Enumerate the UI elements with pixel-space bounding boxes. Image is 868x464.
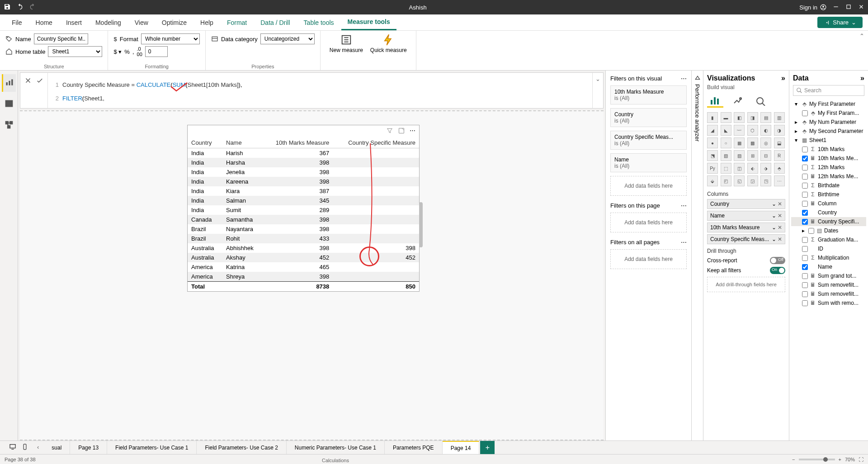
- tab-optimize[interactable]: Optimize: [156, 15, 193, 30]
- format-tab-icon[interactable]: [730, 94, 746, 108]
- viz-type-icon[interactable]: ▮: [707, 112, 718, 123]
- table-row[interactable]: IndiaKiara387: [188, 186, 419, 196]
- tab-measure-tools[interactable]: Measure tools: [341, 14, 396, 30]
- data-category-select[interactable]: Uncategorized: [260, 33, 315, 44]
- field-checkbox[interactable]: [802, 291, 808, 297]
- field-item[interactable]: 🖩10th Marks Me...: [791, 154, 866, 163]
- maximize-icon[interactable]: [845, 4, 852, 11]
- add-all-filter[interactable]: Add data fields here: [610, 249, 687, 269]
- model-view-icon[interactable]: [3, 117, 15, 134]
- field-item[interactable]: ΣBirthdate: [791, 181, 866, 190]
- field-well[interactable]: Name⌄ ✕: [707, 211, 785, 221]
- tab-help[interactable]: Help: [194, 15, 220, 30]
- viz-type-icon[interactable]: ▩: [747, 137, 758, 148]
- field-checkbox[interactable]: [802, 255, 808, 261]
- table-row[interactable]: IndiaHarsha398: [188, 158, 419, 167]
- viz-type-icon[interactable]: ⊞: [747, 150, 758, 161]
- field-item[interactable]: Σ12th Marks: [791, 163, 866, 172]
- table-row[interactable]: BrazilNayantara398: [188, 224, 419, 234]
- signin-button[interactable]: Sign in: [799, 4, 826, 11]
- col-name[interactable]: Name: [222, 137, 263, 148]
- field-item[interactable]: ▾▦Sheet1: [791, 136, 866, 145]
- page-tab[interactable]: Numeric Parameters- Use Case 1: [287, 441, 385, 454]
- analytics-tab-icon[interactable]: [752, 94, 769, 108]
- share-button[interactable]: Share ⌄: [817, 17, 863, 28]
- table-row[interactable]: IndiaJenelia398: [188, 167, 419, 177]
- viz-type-icon[interactable]: ▤: [760, 112, 771, 123]
- cancel-formula-icon[interactable]: [24, 76, 32, 86]
- report-view-icon[interactable]: [2, 74, 16, 92]
- tab-format[interactable]: Format: [221, 15, 253, 30]
- report-canvas[interactable]: ⋯ Country Name 10th Marks Measure Countr…: [20, 110, 604, 440]
- viz-type-icon[interactable]: ▧: [721, 150, 731, 161]
- tab-table-tools[interactable]: Table tools: [297, 15, 340, 30]
- field-checkbox[interactable]: [802, 237, 808, 243]
- minimize-icon[interactable]: [833, 4, 839, 11]
- viz-type-icon[interactable]: ⋯: [774, 175, 785, 186]
- field-checkbox[interactable]: [802, 192, 808, 198]
- filter-card[interactable]: Nameis (All): [610, 153, 687, 172]
- prev-page-icon[interactable]: ‹: [33, 441, 42, 454]
- viz-type-icon[interactable]: ◱: [734, 175, 745, 186]
- tab-insert[interactable]: Insert: [60, 15, 88, 30]
- data-view-icon[interactable]: [3, 95, 15, 113]
- field-item[interactable]: ▸⬘My Second Parameter: [791, 127, 866, 136]
- remove-field-icon[interactable]: ✕: [778, 236, 782, 242]
- table-row[interactable]: BrazilRohit433: [188, 234, 419, 243]
- viz-type-icon[interactable]: ◐: [760, 125, 771, 136]
- field-well[interactable]: Country⌄ ✕: [707, 199, 785, 209]
- page-tab[interactable]: Page 13: [70, 441, 107, 454]
- field-item[interactable]: ΣGraduation Ma...: [791, 235, 866, 244]
- performance-analyzer-tab[interactable]: Performance analyzer: [691, 71, 703, 440]
- field-checkbox[interactable]: [802, 156, 808, 161]
- more-icon[interactable]: ⋯: [410, 127, 415, 136]
- field-item[interactable]: 🖩Column: [791, 199, 866, 208]
- field-item[interactable]: 🖩Sum removefilt...: [791, 280, 866, 289]
- add-page-filter[interactable]: Add data fields here: [610, 213, 687, 232]
- field-item[interactable]: ΣMultiplication: [791, 253, 866, 262]
- field-well[interactable]: 10th Marks Measure⌄ ✕: [707, 223, 785, 232]
- viz-type-icon[interactable]: ◨: [747, 112, 758, 123]
- filter-card[interactable]: Country Specific Meas...is (All): [610, 131, 687, 150]
- table-scrollbar[interactable]: [419, 202, 423, 247]
- focus-icon[interactable]: [398, 127, 405, 136]
- field-item[interactable]: 🖩12th Marks Me...: [791, 172, 866, 181]
- field-item[interactable]: ⬘My First Param...: [791, 109, 866, 118]
- field-checkbox[interactable]: [802, 264, 808, 270]
- tab-home[interactable]: Home: [29, 15, 59, 30]
- viz-type-icon[interactable]: ▦: [734, 137, 745, 148]
- tab-file[interactable]: File: [5, 15, 28, 30]
- field-checkbox[interactable]: [802, 201, 808, 207]
- page-tab[interactable]: sual: [43, 441, 70, 454]
- table-row[interactable]: AustraliaAbhishhek398398: [188, 243, 419, 253]
- field-checkbox[interactable]: [802, 219, 808, 225]
- viz-type-icon[interactable]: ◲: [747, 175, 758, 186]
- filters-visual-more[interactable]: ⋯: [681, 75, 687, 82]
- field-checkbox[interactable]: [802, 174, 808, 180]
- field-checkbox[interactable]: [802, 273, 808, 279]
- add-page-button[interactable]: +: [480, 441, 495, 454]
- field-item[interactable]: ▸▤Dates: [791, 226, 866, 235]
- viz-type-icon[interactable]: ⬚: [721, 163, 731, 174]
- table-row[interactable]: AmericaShreya398: [188, 272, 419, 282]
- col-marks[interactable]: 10th Marks Measure: [263, 137, 333, 148]
- data-expand-icon[interactable]: »: [860, 74, 864, 82]
- viz-type-icon[interactable]: ▥: [774, 112, 785, 123]
- table-visual[interactable]: ⋯ Country Name 10th Marks Measure Countr…: [187, 125, 420, 292]
- keep-filters-toggle[interactable]: On: [770, 267, 785, 274]
- col-country[interactable]: Country: [188, 137, 222, 148]
- remove-field-icon[interactable]: ✕: [778, 213, 782, 219]
- page-tab[interactable]: Field Parameters- Use Case 2: [197, 441, 286, 454]
- field-item[interactable]: ΣBirthtime: [791, 190, 866, 199]
- redo-icon[interactable]: [29, 3, 36, 12]
- build-tab-icon[interactable]: [707, 94, 723, 108]
- field-item[interactable]: Country: [791, 208, 866, 217]
- viz-type-icon[interactable]: ⬡: [747, 125, 758, 136]
- percent-icon[interactable]: %: [124, 48, 130, 55]
- viz-type-icon[interactable]: Py: [707, 163, 718, 174]
- save-icon[interactable]: [4, 3, 11, 12]
- viz-type-icon[interactable]: ◣: [721, 125, 731, 136]
- zoom-slider[interactable]: [823, 457, 828, 462]
- field-checkbox[interactable]: [802, 147, 808, 152]
- viz-type-icon[interactable]: ⬗: [760, 163, 771, 174]
